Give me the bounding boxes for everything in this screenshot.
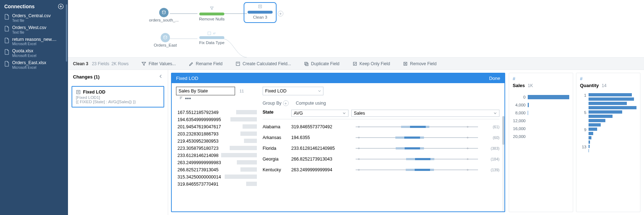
action-icon — [189, 61, 194, 66]
action-icon — [141, 61, 146, 66]
connection-type: Microsoft Excel — [12, 54, 36, 58]
action-icon — [352, 61, 357, 66]
connection-item[interactable]: return reasons_new.... Microsoft Excel — [0, 36, 68, 48]
hist-row: 9 — [580, 128, 636, 132]
add-group-by-button[interactable]: ＋ — [283, 100, 289, 106]
lod-right-pane: Group By ＋ Compute using State AVG Sales — [261, 83, 504, 211]
calc-name-dropdown[interactable] — [263, 87, 323, 95]
value-row[interactable]: 194.63549999999995 — [176, 116, 257, 123]
flow-node-fix-type[interactable]: Aᵇ Fix Data Type — [196, 31, 228, 45]
svg-rect-6 — [259, 5, 262, 8]
state-result-row[interactable]: Alabama 319.8465573770492 (61) — [263, 121, 499, 132]
value-row[interactable]: 219.4530952380953 — [176, 138, 257, 145]
flow-node-orders-south[interactable]: orders_south_... — [149, 8, 179, 22]
state-result-row[interactable]: Georgia 266.8252173913043 (184) — [263, 154, 499, 164]
type-icon: Aᵇ — [212, 31, 216, 35]
clean-step-bar — [199, 13, 224, 15]
add-step-button[interactable]: ＋ — [278, 11, 283, 16]
value-row[interactable]: 263.24999999999983 — [176, 159, 257, 166]
value-row[interactable]: 315.34250000000014 — [176, 173, 257, 181]
change-card[interactable]: Fixed LOD [Fixed LOD1] {{ FIXED [State] … — [72, 86, 164, 108]
toolbar-action[interactable]: Filter Values... — [141, 61, 176, 66]
hist-row — [580, 132, 636, 136]
connection-item[interactable]: Orders_East.xlsx Microsoft Excel — [0, 59, 68, 71]
connection-name: Quota.xlsx — [12, 49, 36, 54]
sidebar-scrollbar[interactable] — [66, 4, 67, 62]
compute-label: Compute using — [296, 101, 326, 106]
number-icon: # — [580, 76, 636, 81]
value-row[interactable]: 203.2328301886793 — [176, 130, 257, 138]
group-by-label: Group By — [263, 101, 282, 106]
svg-point-5 — [162, 10, 166, 12]
changes-pane: Changes (1) Fixed LOD [Fixed LOD1] {{ FI… — [68, 70, 168, 215]
hist-row — [580, 102, 636, 106]
toolbar-action[interactable]: Keep Only Field — [352, 61, 390, 66]
aggregation-dropdown[interactable]: AVG — [291, 110, 348, 117]
file-icon — [4, 49, 9, 55]
sales-label: Sales — [513, 83, 525, 88]
done-button[interactable]: Done — [489, 76, 500, 81]
calc-icon — [207, 31, 211, 35]
flow-node-remove-nulls[interactable]: Remove Nulls — [197, 6, 227, 21]
file-icon — [4, 61, 9, 67]
field-name-input[interactable] — [176, 87, 235, 95]
step-title: Clean 3 — [73, 61, 88, 66]
connection-type: Microsoft Excel — [12, 42, 57, 46]
value-row[interactable]: 319.8465573770491 — [176, 181, 257, 188]
lower-panes: Changes (1) Fixed LOD [Fixed LOD1] {{ FI… — [68, 70, 644, 215]
toolbar-actions: Filter Values...Rename FieldCreate Calcu… — [135, 61, 443, 66]
svg-rect-15 — [306, 63, 308, 66]
svg-rect-14 — [305, 62, 307, 64]
hist-row — [580, 106, 636, 110]
hist-row — [580, 115, 636, 119]
measure-dropdown[interactable]: Sales — [351, 110, 499, 117]
flow-node-orders-east[interactable]: Orders_East — [150, 33, 180, 47]
state-result-row[interactable]: Florida 233.61281462140985 (383) — [263, 143, 499, 154]
hist-row: 1 — [580, 93, 636, 97]
connection-item[interactable]: Quota.xlsx Microsoft Excel — [0, 47, 68, 59]
clean-step-bar — [248, 11, 273, 14]
toolbar-action[interactable]: Duplicate Field — [304, 61, 339, 66]
toolbar-action[interactable]: Create Calculated Field... — [235, 61, 291, 66]
value-row[interactable]: 167.5512185792349 — [176, 109, 257, 116]
fixed-lod-editor: Fixed LOD Done 11 ••• 167.55121857923491… — [171, 73, 505, 212]
toolbar-action[interactable]: Rename Field — [189, 61, 223, 66]
row-count: 2K Rows — [111, 61, 128, 66]
toolbar-action[interactable]: Remove Field — [403, 61, 436, 66]
summary-pane: # Sales 1K 0 4,000 8,000 12,000 16,000 2… — [508, 70, 644, 215]
hist-row — [580, 123, 636, 128]
more-icon[interactable]: ••• — [185, 95, 191, 102]
connection-type: Text file — [12, 19, 51, 23]
result-scrollbar[interactable] — [502, 116, 504, 211]
quantity-histogram-card[interactable]: # Quantity 14 1 5 9 13 — [576, 73, 640, 212]
value-row[interactable]: 223.3058795180723 — [176, 145, 257, 152]
connection-type: Text file — [12, 30, 47, 34]
value-row[interactable]: 233.6128146214098 — [176, 152, 257, 159]
collapse-changes-button[interactable] — [158, 74, 163, 78]
action-icon — [304, 61, 309, 66]
connection-item[interactable]: Orders_Central.csv Text file — [0, 12, 68, 24]
hist-row: 12,000 — [513, 117, 569, 125]
value-row[interactable]: 266.8252173913045 — [176, 166, 257, 173]
hist-row — [580, 136, 636, 140]
add-connection-button[interactable] — [58, 4, 64, 9]
calc-icon — [76, 90, 81, 95]
lod-title: Fixed LOD — [176, 76, 198, 81]
hist-row — [580, 119, 636, 123]
state-result-row[interactable]: Arkansas 194.6355 (60) — [263, 132, 499, 143]
sales-histogram-card[interactable]: # Sales 1K 0 4,000 8,000 12,000 16,000 2… — [509, 73, 573, 212]
connection-item[interactable]: Orders_West.csv Text file — [0, 24, 68, 36]
flow-node-clean3[interactable]: Clean 3 — [246, 4, 274, 21]
clean-step-bar — [199, 36, 224, 39]
svg-rect-16 — [353, 62, 356, 65]
value-row[interactable]: 201.94547619047617 — [176, 123, 257, 130]
sort-icon[interactable] — [179, 95, 184, 100]
flow-edges — [68, 0, 562, 57]
quantity-label: Quantity — [580, 83, 599, 88]
hist-row — [580, 97, 636, 102]
state-result-row[interactable]: Kentucky 263.2499999999994 (139) — [263, 164, 499, 175]
hist-row: 13 — [580, 145, 636, 149]
connection-type: Microsoft Excel — [12, 66, 46, 70]
state-result-rows: Alabama 319.8465573770492 (61) Arkansas … — [263, 121, 499, 175]
flow-canvas[interactable]: orders_south_... Remove Nulls Clean 3 ＋ … — [68, 0, 644, 57]
